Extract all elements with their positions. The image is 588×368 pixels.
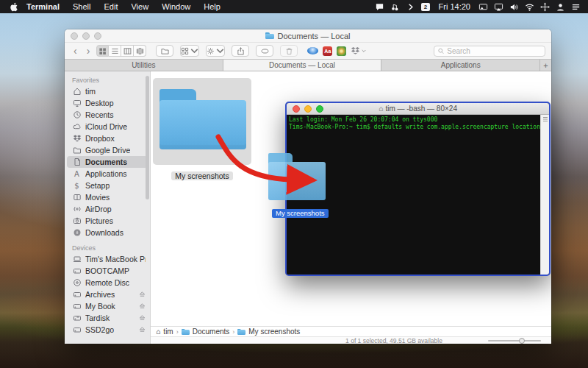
setapp-icon: $ <box>72 181 82 190</box>
finder-title-bar[interactable]: Documents — Local <box>65 29 551 43</box>
move-icon[interactable] <box>539 1 551 12</box>
eject-icon[interactable] <box>139 302 146 311</box>
airdrop-icon <box>72 205 82 213</box>
grid-view-icon[interactable] <box>96 45 109 57</box>
list-view-icon[interactable] <box>109 45 121 57</box>
search-icon <box>438 48 444 54</box>
action-gear-icon[interactable] <box>206 45 225 57</box>
terminal-title-bar[interactable]: ⌂ tim — -bash — 80×24 <box>287 103 549 115</box>
tab-documents-local[interactable]: Documents — Local <box>223 60 382 71</box>
dropbox-icon <box>72 134 82 143</box>
eject-icon[interactable] <box>139 325 146 334</box>
new-folder-icon[interactable] <box>156 45 173 57</box>
sidebar-item-tardisk[interactable]: Tardisk <box>65 312 150 324</box>
clock-icon <box>72 110 82 119</box>
drive-icon <box>72 325 82 334</box>
group-icon[interactable] <box>180 45 199 57</box>
icon-size-slider[interactable] <box>488 340 541 342</box>
folder-icon <box>72 146 82 155</box>
menu-shell[interactable]: Shell <box>66 0 97 13</box>
volume-icon[interactable] <box>508 1 520 12</box>
applications-icon: A <box>72 169 82 178</box>
sidebar-item-bootcamp[interactable]: BOOTCAMP <box>65 265 150 277</box>
slider-thumb[interactable] <box>519 338 525 344</box>
cloud-icon <box>72 122 82 131</box>
menu-view[interactable]: View <box>124 0 155 13</box>
sidebar-section-devices: Devices <box>65 242 150 253</box>
finder-toolbar: ‹ › Aa <box>65 43 551 59</box>
apple-icon[interactable] <box>7 1 20 12</box>
drive-icon <box>72 302 82 311</box>
wifi-icon[interactable] <box>523 1 536 12</box>
folder-icon <box>182 329 190 335</box>
drive-icon <box>72 290 82 299</box>
eject-icon[interactable] <box>139 314 146 322</box>
dragged-folder-label: My screenshots <box>272 209 329 218</box>
sidebar-item-tims-macbook-pro[interactable]: Tim's MacBook Pro <box>65 253 150 265</box>
sidebar-item-movies[interactable]: Movies <box>65 191 150 203</box>
chevron-right-icon[interactable] <box>404 1 417 12</box>
tag-icon[interactable] <box>256 45 273 57</box>
cherry-icon[interactable] <box>389 1 401 12</box>
user-icon[interactable] <box>554 1 567 12</box>
coverflow-view-icon[interactable] <box>134 45 146 57</box>
terminal-line: Last login: Mon Feb 26 20:07:04 on ttys0… <box>289 116 538 124</box>
sidebar-item-icloud-drive[interactable]: iCloud Drive <box>65 121 150 132</box>
delete-icon[interactable] <box>280 45 298 57</box>
drive-icon <box>72 314 82 322</box>
sidebar-scrollbar[interactable] <box>146 76 149 199</box>
home-proxy-icon: ⌂ <box>379 105 383 113</box>
sidebar-item-pictures[interactable]: Pictures <box>65 215 150 227</box>
sidebar-item-recents[interactable]: Recents <box>65 109 150 121</box>
sidebar-item-google-drive[interactable]: Google Drive <box>65 144 150 156</box>
download-icon <box>72 228 82 237</box>
eject-icon[interactable] <box>139 290 146 299</box>
sidebar-item-desktop[interactable]: Desktop <box>65 97 150 109</box>
share-icon[interactable] <box>232 45 249 57</box>
path-item-tim[interactable]: ⌂tim <box>156 328 173 336</box>
menu-clock[interactable]: Fri 14:20 <box>435 2 474 11</box>
path-bar: ⌂tim › Documents › My screenshots <box>151 326 551 336</box>
drive-icon <box>72 266 82 275</box>
blue-app-icon[interactable] <box>307 47 318 54</box>
document-icon <box>72 158 82 166</box>
forward-button[interactable]: › <box>84 46 93 56</box>
sidebar-item-tim[interactable]: tim <box>65 85 150 97</box>
menu-edit[interactable]: Edit <box>98 0 125 13</box>
screen-sharing-icon[interactable] <box>477 1 490 12</box>
folder-icon <box>237 329 245 335</box>
red-aa-app-icon[interactable]: Aa <box>323 46 332 56</box>
menu-bar: Terminal Shell Edit View Window Help 2 F… <box>0 0 588 13</box>
sidebar-item-documents[interactable]: Documents <box>67 156 148 168</box>
messages-icon[interactable] <box>373 1 386 12</box>
menu-help[interactable]: Help <box>197 0 227 13</box>
sidebar-item-setapp[interactable]: $Setapp <box>65 180 150 191</box>
sidebar-item-dropbox[interactable]: Dropbox <box>65 132 150 144</box>
path-item-my-screenshots[interactable]: My screenshots <box>237 328 300 336</box>
new-tab-button[interactable]: + <box>540 60 551 71</box>
airplay-icon[interactable] <box>492 1 505 12</box>
search-input[interactable] <box>447 47 541 55</box>
menu-app-name[interactable]: Terminal <box>20 0 66 13</box>
sidebar-item-downloads[interactable]: Downloads <box>65 227 150 238</box>
notification-center-icon[interactable] <box>570 1 582 12</box>
path-separator: › <box>232 328 234 336</box>
path-item-documents[interactable]: Documents <box>182 328 230 336</box>
dropbox-icon[interactable] <box>351 46 366 55</box>
terminal-scrollbar[interactable] <box>540 115 549 275</box>
sidebar-item-archives[interactable]: Archives <box>65 289 150 300</box>
sidebar-item-ssd2go[interactable]: SSD2go <box>65 324 150 336</box>
search-field[interactable] <box>434 46 545 57</box>
tab-utilities[interactable]: Utilities <box>65 60 223 71</box>
calendar-icon[interactable]: 2 <box>420 1 432 12</box>
column-view-icon[interactable] <box>121 45 134 57</box>
sidebar-item-my-book[interactable]: My Book <box>65 300 150 312</box>
sidebar-item-remote-disc[interactable]: Remote Disc <box>65 277 150 289</box>
sidebar-item-airdrop[interactable]: AirDrop <box>65 203 150 215</box>
sidebar-item-applications[interactable]: AApplications <box>65 168 150 180</box>
green-app-icon[interactable] <box>337 46 346 56</box>
sidebar-section-favorites: Favorites <box>65 74 150 85</box>
menu-window[interactable]: Window <box>155 0 197 13</box>
back-button[interactable]: ‹ <box>71 46 80 56</box>
tab-applications[interactable]: Applications <box>381 60 540 71</box>
